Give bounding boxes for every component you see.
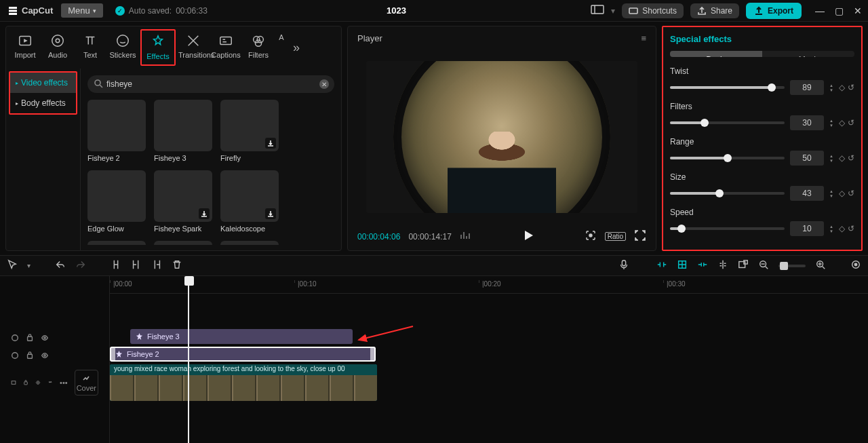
undo-icon[interactable]	[55, 259, 66, 272]
stepper-icon[interactable]: ▲▼	[829, 189, 833, 198]
slider-track[interactable]	[670, 227, 785, 230]
timeline-ruler[interactable]: |00:00|00:10|00:20|00:30	[110, 276, 868, 294]
clear-search-icon[interactable]: ✕	[319, 79, 329, 89]
zoom-in-icon[interactable]	[815, 259, 826, 272]
tab-mask[interactable]: Mask	[762, 51, 854, 57]
slider-label: Twist	[670, 66, 854, 76]
ratio-button[interactable]: Ratio	[605, 232, 626, 241]
cursor-tool-icon[interactable]	[7, 259, 18, 272]
delete-icon[interactable]	[172, 259, 182, 272]
slider-track[interactable]	[670, 157, 785, 159]
download-icon[interactable]	[199, 208, 210, 219]
maximize-icon[interactable]: ▢	[834, 5, 844, 16]
share-button[interactable]: Share	[690, 3, 739, 18]
svg-point-12	[95, 80, 100, 85]
keyframe-reset-icons[interactable]: ◇↺	[839, 83, 854, 92]
nav-adjust[interactable]: A	[275, 29, 288, 66]
slider-value[interactable]: 10	[790, 221, 824, 236]
slider-value[interactable]: 50	[790, 151, 824, 166]
fullscreen-icon[interactable]	[634, 229, 646, 244]
video-clip[interactable]: young mixed race woman exploring forest …	[110, 364, 377, 401]
sidebar-body-effects[interactable]: ▸Body effects	[10, 93, 76, 113]
document-title: 1023	[387, 5, 406, 16]
nav-transitions[interactable]: Transitions	[177, 29, 210, 66]
zoom-out-icon[interactable]	[758, 259, 769, 272]
svg-point-30	[44, 337, 46, 339]
playhead[interactable]	[188, 276, 189, 443]
stepper-icon[interactable]: ▲▼	[829, 119, 833, 128]
play-button[interactable]	[522, 229, 534, 244]
slider-track[interactable]	[670, 86, 785, 89]
scan-icon[interactable]	[585, 229, 597, 244]
preview-canvas	[366, 61, 637, 213]
nav-filters[interactable]: Filters	[242, 29, 275, 66]
magnet-icon[interactable]	[656, 259, 667, 272]
svg-point-6	[56, 39, 60, 43]
zoom-slider[interactable]	[778, 265, 806, 267]
effect-thumb[interactable]	[220, 241, 279, 245]
fx-clip[interactable]: Fisheye 3	[130, 329, 353, 344]
slider-value[interactable]: 89	[790, 80, 824, 95]
track-controls-fx2[interactable]	[0, 347, 109, 364]
preview-toggle-icon[interactable]	[738, 259, 749, 272]
player-menu-icon[interactable]: ≡	[641, 33, 646, 43]
effect-thumb[interactable]: Fisheye Spark	[154, 170, 212, 233]
export-button[interactable]: Export	[746, 3, 802, 19]
effect-thumb[interactable]	[154, 241, 212, 245]
trim-left-icon[interactable]	[131, 259, 142, 272]
mic-icon[interactable]	[618, 259, 629, 272]
chevron-down-icon[interactable]: ▾	[27, 262, 31, 269]
effect-thumb[interactable]	[87, 241, 146, 245]
levels-icon[interactable]	[460, 229, 472, 244]
effect-label: Kaleidoscope	[220, 225, 279, 233]
slider-track[interactable]	[670, 121, 785, 124]
trim-right-icon[interactable]	[151, 259, 162, 272]
nav-effects[interactable]: Effects	[142, 31, 174, 64]
nav-captions[interactable]: Captions	[210, 29, 242, 66]
fx-clip[interactable]: Fisheye 2	[110, 347, 376, 362]
effect-thumb[interactable]: Edge Glow	[87, 170, 146, 233]
slider-track[interactable]	[670, 192, 785, 195]
stepper-icon[interactable]: ▲▼	[829, 83, 833, 92]
stepper-icon[interactable]: ▲▼	[829, 154, 833, 163]
slider-value[interactable]: 43	[790, 186, 824, 201]
keyframe-reset-icons[interactable]: ◇↺	[839, 189, 854, 198]
stepper-icon[interactable]: ▲▼	[829, 225, 833, 233]
nav-text[interactable]: Text	[74, 29, 106, 66]
download-icon[interactable]	[265, 138, 276, 149]
fit-icon[interactable]	[850, 259, 861, 272]
snap-icon[interactable]	[677, 259, 688, 272]
align-icon[interactable]	[717, 259, 728, 272]
effect-thumb[interactable]: Firefly	[220, 100, 279, 162]
svg-point-7	[117, 35, 129, 47]
minimize-icon[interactable]: —	[815, 5, 825, 16]
effect-thumb[interactable]: Fisheye 3	[154, 100, 212, 162]
search-input[interactable]	[87, 75, 334, 93]
tab-basic[interactable]: Basic	[670, 51, 762, 57]
close-icon[interactable]: ✕	[853, 5, 863, 16]
search-icon	[94, 79, 103, 90]
nav-import[interactable]: Import	[9, 29, 41, 66]
slider-value[interactable]: 30	[790, 115, 824, 130]
track-controls-fx1[interactable]	[0, 329, 109, 347]
keyframe-reset-icons[interactable]: ◇↺	[839, 153, 854, 163]
sidebar-video-effects[interactable]: ▸Video effects	[10, 73, 76, 93]
keyframe-reset-icons[interactable]: ◇↺	[839, 224, 854, 233]
shortcuts-button[interactable]: Shortcuts	[622, 3, 684, 18]
svg-rect-29	[28, 336, 33, 341]
effect-thumb[interactable]: Kaleidoscope	[220, 170, 279, 233]
nav-stickers[interactable]: Stickers	[106, 29, 139, 66]
redo-icon[interactable]	[75, 259, 86, 272]
effect-thumb[interactable]: Fisheye 2	[87, 100, 146, 162]
nav-more-icon[interactable]: »	[288, 41, 304, 55]
svg-line-25	[823, 267, 825, 269]
track-controls-video[interactable]: ••• Cover	[0, 364, 109, 401]
nav-audio[interactable]: Audio	[41, 29, 74, 66]
layout-icon[interactable]	[591, 5, 604, 16]
cover-button[interactable]: Cover	[75, 370, 98, 396]
menu-button[interactable]: Menu▾	[61, 3, 103, 18]
link-icon[interactable]	[697, 259, 708, 272]
keyframe-reset-icons[interactable]: ◇↺	[839, 118, 854, 128]
split-icon[interactable]	[111, 259, 121, 272]
download-icon[interactable]	[265, 208, 276, 219]
